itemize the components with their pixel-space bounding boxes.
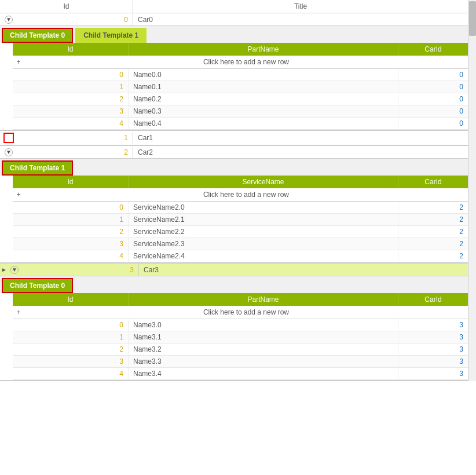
row-name: Name0.1	[129, 81, 398, 93]
car1-wrapper: 1 Car1	[0, 131, 468, 146]
row-carid: 0	[398, 118, 468, 129]
table-row[interactable]: 1 Name3.1 3	[13, 331, 468, 344]
table-row[interactable]: 3 ServiceName2.3 2	[13, 238, 468, 250]
car2-wrapper: ▼ 2 Car2 Child Template 1 Id ServiceName…	[0, 146, 468, 264]
inner-header-carid: CarId	[398, 43, 468, 56]
car0-wrapper: ▼ 0 Car0 Child Template 0 Child Template…	[0, 13, 468, 131]
row-carid: 2	[398, 214, 468, 225]
inner-header-id-car2: Id	[13, 176, 129, 188]
row-name: ServiceName2.1	[129, 214, 398, 225]
table-row[interactable]: 1 ServiceName2.1 2	[13, 214, 468, 226]
add-row-label-car3[interactable]: Click here to add a new row	[24, 306, 468, 319]
row-id: 4	[13, 250, 129, 262]
row-id: 3	[13, 356, 129, 367]
main-table-header: Id Title	[0, 0, 468, 13]
row-name: Name0.0	[129, 69, 398, 81]
car0-expand[interactable]: ▼	[0, 13, 17, 25]
expand-icon[interactable]: ▼	[10, 266, 19, 274]
row-name: ServiceName2.0	[129, 202, 398, 213]
car3-inner-table: Id PartName CarId + Click here to add a …	[13, 293, 468, 380]
car0-tabs: Child Template 0 Child Template 1	[0, 26, 468, 43]
car2-add-row[interactable]: + Click here to add a new row	[13, 188, 468, 202]
car1-expand[interactable]	[0, 131, 17, 145]
add-icon-car2: +	[13, 188, 24, 201]
row-id: 4	[13, 368, 129, 379]
table-row[interactable]: 2 ServiceName2.2 2	[13, 226, 468, 238]
table-row[interactable]: 3 Name0.3 0	[13, 105, 468, 118]
row-id: 0	[13, 202, 129, 213]
table-row[interactable]: 0 Name0.0 0	[13, 69, 468, 81]
row-id: 2	[13, 344, 129, 355]
row-carid: 3	[398, 356, 468, 367]
row-carid: 2	[398, 226, 468, 237]
scrollbar[interactable]	[468, 0, 476, 381]
row-name: ServiceName2.4	[129, 250, 398, 262]
tab-child-template-0[interactable]: Child Template 0	[2, 28, 73, 43]
table-row[interactable]: 0 Name3.0 3	[13, 319, 468, 331]
car0-row[interactable]: ▼ 0 Car0	[0, 13, 468, 26]
car0-child: Child Template 0 Child Template 1 Id Par…	[0, 26, 468, 130]
row-id: 3	[13, 105, 129, 117]
row-name: Name0.2	[129, 93, 398, 105]
inner-header-id-car3: Id	[13, 293, 129, 306]
table-row[interactable]: 4 Name0.4 0	[13, 118, 468, 130]
add-icon-car3: +	[13, 306, 24, 319]
inner-header-id: Id	[13, 43, 129, 56]
row-name: ServiceName2.3	[129, 238, 398, 250]
car2-inner-table: Id ServiceName CarId + Click here to add…	[13, 176, 468, 262]
car3-id: 3	[23, 264, 139, 276]
row-id: 3	[13, 238, 129, 250]
car0-add-row[interactable]: + Click here to add a new row	[13, 56, 468, 69]
tab-child-template-1[interactable]: Child Template 1	[75, 28, 147, 43]
row-id: 4	[13, 118, 129, 129]
row-carid: 0	[398, 81, 468, 93]
car0-inner-table: Id PartName CarId + Click here to add a …	[13, 43, 468, 130]
row-id: 1	[13, 81, 129, 93]
table-row[interactable]: 4 Name3.4 3	[13, 368, 468, 380]
scroll-thumb[interactable]	[469, 1, 476, 36]
car3-wrapper: ► ▼ 3 Car3 Child Template 0 Id PartName …	[0, 264, 468, 381]
car2-expand[interactable]: ▼	[0, 146, 17, 158]
row-name: Name0.3	[129, 105, 398, 117]
row-id: 2	[13, 226, 129, 237]
table-row[interactable]: 0 ServiceName2.0 2	[13, 202, 468, 214]
expand-icon[interactable]: ▼	[5, 16, 13, 24]
table-row[interactable]: 3 Name3.3 3	[13, 356, 468, 368]
row-name: Name3.2	[129, 344, 398, 355]
tab-child-template-0-car3[interactable]: Child Template 0	[2, 278, 73, 293]
car0-id: 0	[17, 14, 133, 25]
row-carid: 2	[398, 202, 468, 213]
car1-row[interactable]: 1 Car1	[0, 131, 468, 145]
row-carid: 0	[398, 105, 468, 117]
row-name: Name3.0	[129, 319, 398, 331]
add-icon: +	[13, 56, 24, 68]
car3-title: Car3	[139, 264, 468, 276]
add-row-label[interactable]: Click here to add a new row	[24, 56, 468, 68]
row-id: 0	[13, 319, 129, 331]
table-row[interactable]: 2 Name0.2 0	[13, 93, 468, 105]
add-row-label-car2[interactable]: Click here to add a new row	[24, 188, 468, 201]
inner-header-carid-car3: CarId	[398, 293, 468, 306]
row-id: 0	[13, 69, 129, 81]
inner-header-car3: Id PartName CarId	[13, 293, 468, 306]
car3-expand[interactable]: ▼	[6, 264, 23, 276]
expand-icon[interactable]: ▼	[5, 148, 13, 156]
row-name: Name3.4	[129, 368, 398, 379]
car3-add-row[interactable]: + Click here to add a new row	[13, 306, 468, 319]
car3-row[interactable]: ► ▼ 3 Car3	[0, 264, 468, 276]
table-row[interactable]: 1 Name0.1 0	[13, 81, 468, 93]
tab-child-template-1-car2[interactable]: Child Template 1	[2, 160, 73, 176]
table-row[interactable]: 2 Name3.2 3	[13, 344, 468, 356]
row-name: Name3.1	[129, 331, 398, 343]
header-id: Id	[0, 0, 133, 13]
row-carid: 3	[398, 331, 468, 343]
table-row[interactable]: 4 ServiceName2.4 2	[13, 250, 468, 262]
inner-header-car2: Id ServiceName CarId	[13, 176, 468, 188]
row-id: 2	[13, 93, 129, 105]
row-name: Name3.3	[129, 356, 398, 367]
row-carid: 2	[398, 250, 468, 262]
car2-row[interactable]: ▼ 2 Car2	[0, 146, 468, 159]
row-carid: 0	[398, 93, 468, 105]
car3-left-arrow: ►	[0, 266, 6, 273]
row-carid: 3	[398, 319, 468, 331]
